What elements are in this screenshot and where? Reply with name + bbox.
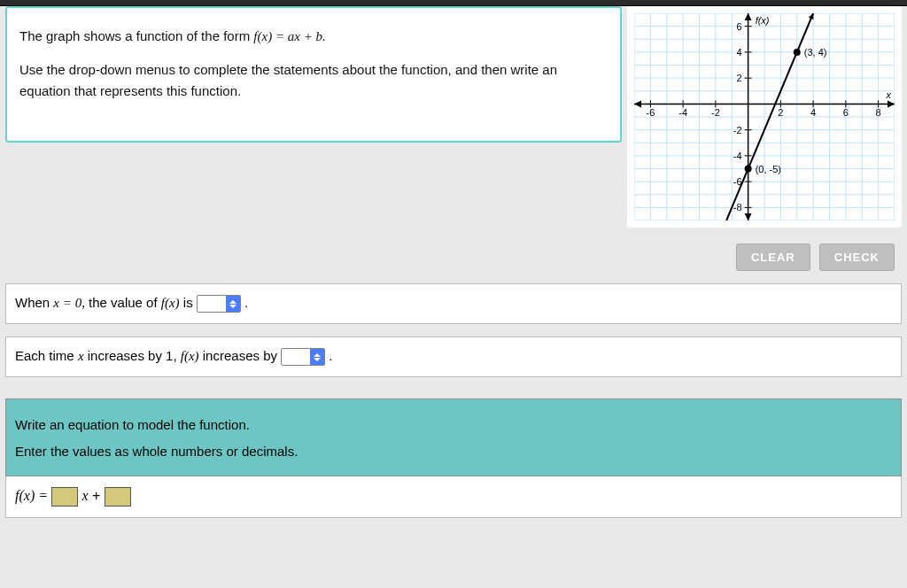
s1-mid: the value of xyxy=(89,295,161,310)
s1-dropdown-value xyxy=(198,296,226,312)
svg-text:(0, -5): (0, -5) xyxy=(756,164,781,174)
s1-post: is xyxy=(183,295,197,310)
check-button[interactable]: CHECK xyxy=(819,244,895,271)
action-bar: CLEAR CHECK xyxy=(0,228,907,271)
problem-card: The graph shows a function of the form f… xyxy=(5,6,622,143)
app-titlebar xyxy=(0,0,907,6)
s2-pre: Each time xyxy=(15,348,78,363)
eq-line1: Write an equation to model the function. xyxy=(15,412,892,438)
s2-period: . xyxy=(329,348,332,363)
intercept-input[interactable] xyxy=(105,487,131,507)
svg-marker-38 xyxy=(745,13,752,20)
svg-text:-6: -6 xyxy=(646,107,655,118)
svg-text:x: x xyxy=(886,89,892,100)
svg-text:8: 8 xyxy=(876,107,881,118)
svg-marker-39 xyxy=(745,213,752,220)
s1-pre: When xyxy=(15,295,53,310)
problem-p1-fx: f(x) = ax + b. xyxy=(253,29,325,43)
eq-line2: Enter the values as whole numbers or dec… xyxy=(15,438,892,465)
clear-button[interactable]: CLEAR xyxy=(736,244,810,271)
statement-1: When x = 0, the value of f(x) is . xyxy=(5,283,902,324)
s2-dropdown[interactable] xyxy=(281,348,325,366)
problem-paragraph-1: The graph shows a function of the form f… xyxy=(19,26,608,47)
svg-text:f(x): f(x) xyxy=(756,15,770,26)
svg-text:4: 4 xyxy=(737,47,742,58)
svg-text:4: 4 xyxy=(810,107,816,118)
svg-text:-8: -8 xyxy=(733,202,742,213)
problem-p1-pre: The graph shows a function of the form xyxy=(19,28,253,43)
equation-body: f(x) = x + xyxy=(5,476,902,518)
problem-paragraph-2: Use the drop-down menus to complete the … xyxy=(19,59,608,102)
s2-mid1: increases by 1, xyxy=(88,348,181,363)
s1-fx: f(x) xyxy=(161,296,180,310)
s2-mid2: increases by xyxy=(203,348,281,363)
eq-lhs: f(x) = xyxy=(15,488,51,503)
svg-marker-37 xyxy=(634,100,641,107)
updown-icon xyxy=(310,349,324,365)
svg-text:6: 6 xyxy=(737,21,742,32)
svg-text:6: 6 xyxy=(843,107,849,118)
s1-dropdown[interactable] xyxy=(197,295,241,313)
s2-fx: f(x) xyxy=(181,349,199,363)
svg-text:-2: -2 xyxy=(733,125,742,135)
svg-text:(3, 4): (3, 4) xyxy=(804,47,827,58)
equation-instructions: Write an equation to model the function.… xyxy=(5,398,902,476)
s2-dropdown-value xyxy=(282,349,310,365)
svg-point-75 xyxy=(794,49,801,56)
eq-plus: + xyxy=(92,488,105,503)
eq-x: x xyxy=(81,488,88,503)
updown-icon xyxy=(226,296,240,312)
graph-card: -6-4-22468-8-6-4-2246f(x)x(0, -5)(3, 4) xyxy=(627,6,902,228)
slope-input[interactable] xyxy=(51,487,78,507)
svg-text:-4: -4 xyxy=(678,107,687,118)
svg-point-73 xyxy=(745,166,752,173)
page-body: The graph shows a function of the form f… xyxy=(0,6,907,588)
svg-text:2: 2 xyxy=(778,107,783,118)
s1-eq: x = 0, xyxy=(53,296,85,310)
s1-period: . xyxy=(244,295,248,310)
svg-text:-4: -4 xyxy=(733,151,742,161)
svg-text:2: 2 xyxy=(737,73,742,83)
s2-x: x xyxy=(78,349,84,363)
problem-row: The graph shows a function of the form f… xyxy=(0,6,907,228)
statement-2: Each time x increases by 1, f(x) increas… xyxy=(5,337,902,377)
function-graph: -6-4-22468-8-6-4-2246f(x)x(0, -5)(3, 4) xyxy=(634,13,895,220)
svg-text:-2: -2 xyxy=(711,107,720,118)
svg-marker-36 xyxy=(888,100,895,107)
